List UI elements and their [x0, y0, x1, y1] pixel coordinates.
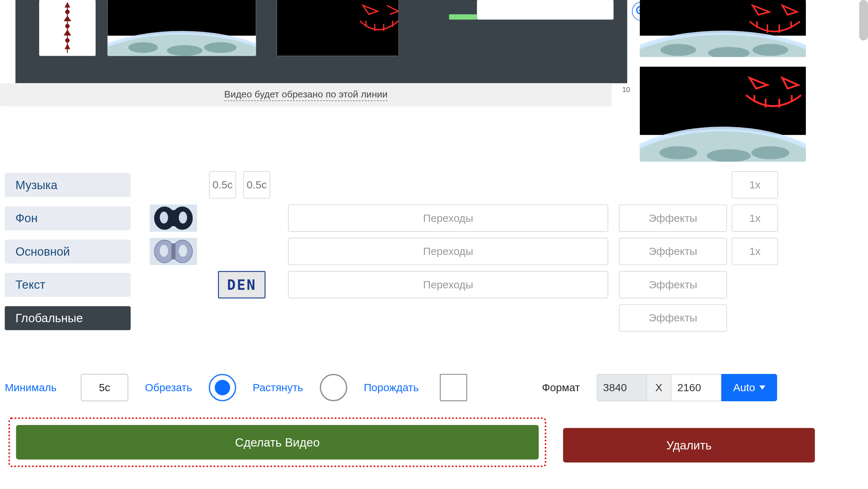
options-row: Минималь Обрезать Растянуть Порождать Фо…: [5, 374, 812, 401]
timeline-clip-2[interactable]: [107, 0, 256, 56]
format-auto-label: Auto: [733, 381, 755, 394]
svg-point-7: [66, 38, 69, 42]
crop-line-banner: Видео будет обрезано по этой линии: [0, 83, 612, 106]
spawn-label: Порождать: [364, 381, 423, 394]
svg-point-30: [707, 149, 751, 162]
svg-point-13: [167, 45, 203, 56]
format-group: X Auto: [596, 374, 777, 401]
action-row: Сделать Видео Удалить: [8, 417, 816, 467]
svg-point-36: [160, 212, 168, 224]
layer-row-global: Глобальные Эффекты: [5, 304, 812, 332]
format-auto-button[interactable]: Auto: [721, 374, 777, 401]
svg-rect-41: [172, 244, 175, 259]
layer-label-bg[interactable]: Фон: [5, 206, 130, 230]
timeline-clip-1[interactable]: [39, 0, 96, 56]
layer-row-bg: Фон Переходы Эффекты 1x: [5, 205, 812, 232]
layer-label-text[interactable]: Текст: [5, 273, 130, 297]
layer-label-main[interactable]: Основной: [5, 239, 130, 264]
svg-point-12: [128, 42, 158, 53]
make-video-button[interactable]: Сделать Видео: [16, 425, 539, 460]
svg-point-43: [179, 245, 187, 257]
main-effects[interactable]: Эффекты: [619, 238, 727, 265]
bg-effects[interactable]: Эффекты: [619, 205, 727, 232]
timeline-tick-10: 10: [622, 86, 630, 94]
svg-point-5: [66, 24, 69, 28]
svg-point-31: [751, 146, 789, 159]
global-effects[interactable]: Эффекты: [619, 304, 727, 332]
preview-thumb-2[interactable]: [640, 67, 806, 162]
main-mult[interactable]: 1x: [732, 238, 778, 265]
delete-button[interactable]: Удалить: [563, 428, 815, 462]
crop-radio[interactable]: [209, 374, 236, 401]
crop-label: Обрезать: [145, 381, 192, 394]
stretch-label: Растянуть: [253, 381, 303, 394]
svg-point-37: [179, 212, 187, 224]
make-video-highlight: Сделать Видео: [8, 417, 546, 467]
format-x-label: X: [647, 374, 671, 401]
layer-row-main: Основной Переходы Эффекты 1x: [5, 238, 812, 265]
bg-thumb[interactable]: [150, 205, 197, 232]
caret-down-icon: [759, 385, 765, 390]
scrollbar-thumb[interactable]: [859, 0, 868, 40]
timeline: [15, 0, 627, 83]
preview-thumb-1[interactable]: [640, 0, 806, 57]
stretch-radio[interactable]: [320, 374, 347, 401]
layer-row-text: Текст DEN Переходы Эффекты: [5, 271, 812, 298]
app-root: Видео будет обрезано по этой линии 10: [0, 0, 868, 489]
music-sec-a[interactable]: 0.5с: [209, 171, 236, 198]
svg-point-29: [659, 146, 697, 159]
svg-rect-15: [277, 0, 398, 56]
crop-line-text: Видео будет обрезано по этой линии: [224, 89, 388, 101]
text-thumb[interactable]: DEN: [218, 271, 266, 298]
min-label: Минималь: [5, 381, 64, 394]
timeline-clip-3[interactable]: [277, 0, 398, 56]
bg-transitions[interactable]: Переходы: [288, 205, 608, 232]
music-mult[interactable]: 1x: [732, 171, 778, 198]
svg-point-42: [160, 245, 168, 257]
svg-point-25: [753, 44, 788, 56]
text-effects[interactable]: Эффекты: [619, 271, 727, 298]
format-height-input[interactable]: [671, 374, 721, 401]
spawn-checkbox[interactable]: [440, 374, 467, 401]
main-transitions[interactable]: Переходы: [288, 238, 608, 265]
svg-point-3: [66, 10, 69, 14]
svg-rect-35: [172, 210, 175, 226]
timeline-clip-4-progress: [449, 14, 477, 20]
layer-label-music[interactable]: Музыка: [5, 173, 130, 197]
svg-point-23: [660, 44, 696, 56]
main-thumb[interactable]: [150, 238, 197, 265]
svg-point-14: [204, 42, 237, 53]
format-width-input[interactable]: [596, 374, 647, 401]
music-sec-b[interactable]: 0.5с: [243, 171, 270, 198]
min-input[interactable]: [81, 374, 128, 401]
timeline-clip-4[interactable]: [477, 0, 614, 20]
svg-rect-9: [107, 0, 256, 36]
layer-label-global[interactable]: Глобальные: [5, 306, 130, 330]
format-label: Формат: [542, 381, 580, 394]
preview-column: [640, 0, 806, 171]
text-transitions[interactable]: Переходы: [288, 271, 608, 298]
layer-panel: Музыка 0.5с 0.5с 1x Фон: [5, 171, 812, 338]
layer-row-music: Музыка 0.5с 0.5с 1x: [5, 171, 812, 198]
bg-mult[interactable]: 1x: [732, 205, 778, 232]
